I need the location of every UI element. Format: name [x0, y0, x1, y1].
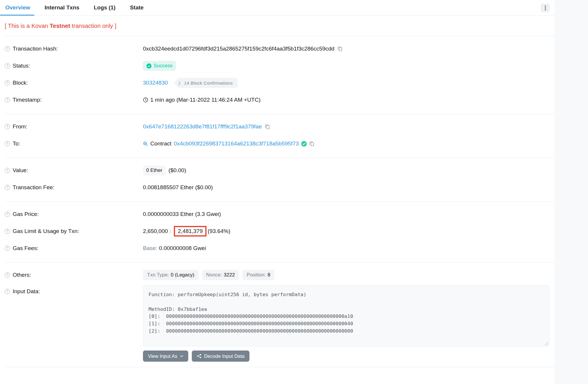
help-icon[interactable]: ? [5, 63, 10, 68]
help-icon[interactable]: ? [5, 141, 10, 146]
transaction-fee-label: Transaction Fee: [13, 184, 54, 191]
page-background-strip [555, 0, 588, 384]
section-overview-top: ? Transaction Hash: 0xcb324eedcd1d07296f… [0, 36, 588, 114]
row-others: ? Others: Txn Type: 0 (Legacy) Nonce: 32… [0, 266, 588, 284]
row-label: ? Transaction Fee: [5, 184, 143, 191]
nonce-key: Nonce: [206, 272, 222, 278]
row-label: ? Timestamp: [5, 97, 143, 103]
more-options-button[interactable] [541, 4, 550, 12]
from-address-link[interactable]: 0x647e7168122263d8e7f81f17fff9c2f1aa379f… [143, 123, 262, 130]
gas-price-label: Gas Price: [13, 211, 39, 217]
block-confirmations-text: 14 Block Confirmations [184, 81, 233, 85]
decode-input-data-button[interactable]: Decode Input Data [192, 351, 250, 362]
clock-icon [143, 97, 148, 103]
zoom-in-icon[interactable] [143, 141, 148, 146]
row-gas-price: ? Gas Price: 0.0000000033 Ether (3.3 Gwe… [0, 206, 588, 223]
txn-type-badge: Txn Type: 0 (Legacy) [143, 270, 199, 280]
row-label: ? Status: [5, 63, 143, 69]
txn-type-value: 0 (Legacy) [171, 272, 194, 278]
gas-price-value: 0.0000000033 Ether (3.3 Gwei) [143, 211, 221, 217]
row-label: ? Gas Fees: [5, 245, 143, 251]
help-icon[interactable]: ? [5, 97, 10, 103]
row-block: ? Block: 30324830 ❯ 14 Block Confirmatio… [0, 74, 588, 91]
copy-icon[interactable] [265, 124, 270, 129]
value-usd: ($0.00) [169, 167, 186, 174]
help-icon[interactable]: ? [5, 212, 10, 217]
tab-overview[interactable]: Overview [5, 0, 31, 15]
position-value: 8 [268, 272, 270, 278]
to-address-link[interactable]: 0x4cb093f226983713164a62138c3f718a5b595f… [174, 140, 299, 147]
help-icon[interactable]: ? [5, 168, 10, 173]
block-label: Block: [13, 80, 28, 86]
row-label: ? Input Data: [5, 284, 143, 295]
decode-icon [197, 354, 201, 358]
row-label: ? Gas Price: [5, 211, 143, 217]
gas-fees-label: Gas Fees: [13, 245, 39, 251]
timestamp-label: Timestamp: [13, 97, 42, 103]
transaction-fee-value: 0.0081885507 Ether ($0.00) [143, 184, 213, 191]
verified-check-icon [301, 141, 307, 147]
timestamp-value: 1 min ago (Mar-11-2022 11:46:24 AM +UTC) [150, 97, 261, 103]
transaction-hash-value: 0xcb324eedcd1d07296fdf3d215a2865275f159c… [143, 46, 334, 52]
help-icon[interactable]: ? [5, 46, 10, 51]
position-key: Position: [246, 272, 266, 278]
gas-limit-label: Gas Limit & Usage by Txn: [13, 228, 79, 234]
tab-internal-txns[interactable]: Internal Txns [44, 0, 80, 15]
help-icon[interactable]: ? [5, 289, 10, 294]
chevron-right-icon: ❯ [178, 81, 181, 85]
decode-input-data-label: Decode Input Data [204, 353, 245, 359]
testnet-warning: [ This is a Kovan Testnet transaction on… [0, 16, 588, 29]
nonce-value: 3222 [224, 272, 235, 278]
help-icon[interactable]: ? [5, 229, 10, 234]
status-value: Success [154, 63, 172, 69]
row-gas-limit-usage: ? Gas Limit & Usage by Txn: 2,650,000 | … [0, 223, 588, 240]
divider [5, 367, 583, 367]
block-number-link[interactable]: 30324830 [143, 80, 168, 86]
input-data-textarea[interactable]: Function: performUpkeep(uint256 id, byte… [143, 285, 549, 346]
row-label: ? From: [5, 123, 143, 130]
chevron-down-icon [180, 355, 183, 357]
check-circle-icon [146, 63, 151, 68]
txn-type-key: Txn Type: [147, 272, 169, 278]
row-label: ? Transaction Hash: [5, 46, 143, 52]
transaction-tabbar: Overview Internal Txns Logs (1) State [0, 0, 555, 16]
view-input-as-button[interactable]: View Input As [143, 351, 188, 362]
help-icon[interactable]: ? [5, 272, 10, 278]
gas-used-value: 2,481,379 [178, 228, 203, 234]
row-input-data: ? Input Data: Function: performUpkeep(ui… [0, 284, 588, 362]
row-label: ? Block: [5, 80, 143, 86]
help-icon[interactable]: ? [5, 80, 10, 85]
row-label: ? Others: [5, 272, 143, 278]
row-transaction-fee: ? Transaction Fee: 0.0081885507 Ether ($… [0, 179, 588, 196]
help-icon[interactable]: ? [5, 185, 10, 190]
help-icon[interactable]: ? [5, 124, 10, 129]
section-others-input: ? Others: Txn Type: 0 (Legacy) Nonce: 32… [0, 262, 588, 367]
warning-bold: Testnet [50, 23, 70, 29]
annotation-highlight-box: 2,481,379 [174, 226, 206, 237]
nonce-badge: Nonce: 3222 [202, 270, 239, 280]
to-kind: Contract [150, 140, 171, 147]
transaction-hash-label: Transaction Hash: [13, 46, 58, 52]
tab-state[interactable]: State [129, 0, 144, 15]
copy-icon[interactable] [337, 46, 343, 51]
from-label: From: [13, 123, 27, 130]
row-status: ? Status: Success [0, 57, 588, 74]
copy-icon[interactable] [309, 141, 314, 146]
row-label: ? To: [5, 140, 143, 147]
input-data-label: Input Data: [13, 288, 40, 295]
others-label: Others: [13, 272, 31, 278]
help-icon[interactable]: ? [5, 246, 10, 251]
tab-logs[interactable]: Logs (1) [93, 0, 116, 15]
status-label: Status: [13, 63, 30, 69]
ether-value-badge: 0 Ether [143, 166, 166, 175]
warning-suffix: transaction only ] [70, 23, 116, 29]
to-label: To: [13, 140, 20, 147]
gas-fees-base-value: 0.000000008 Gwei [159, 245, 206, 251]
gas-used-percent: (93.64%) [208, 228, 230, 234]
resize-handle[interactable] [544, 341, 548, 345]
value-label: Value: [13, 167, 28, 174]
view-input-as-label: View Input As [148, 353, 177, 359]
pipe-separator: | [170, 228, 171, 234]
section-parties: ? From: 0x647e7168122263d8e7f81f17fff9c2… [0, 114, 588, 157]
gas-limit-value: 2,650,000 [143, 228, 168, 234]
